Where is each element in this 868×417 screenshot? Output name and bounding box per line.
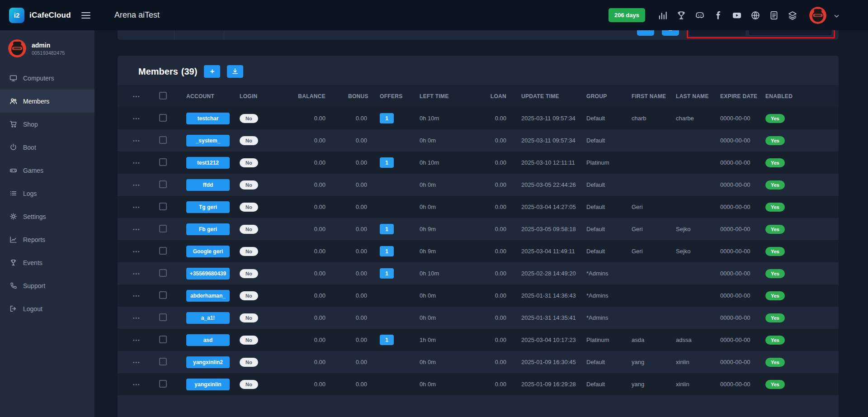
col-account[interactable]: ACCOUNT (186, 93, 240, 100)
col-update-time[interactable]: UPDATE TIME (521, 93, 586, 100)
offers-badge[interactable]: 1 (380, 224, 394, 234)
row-actions-icon[interactable] (133, 316, 141, 321)
select-all-checkbox[interactable] (159, 92, 167, 100)
chevron-down-icon[interactable] (834, 11, 839, 19)
row-checkbox[interactable] (159, 291, 167, 299)
trophy-icon[interactable] (676, 10, 687, 21)
row-actions-icon[interactable] (133, 360, 141, 365)
row-checkbox[interactable] (159, 203, 167, 210)
sidebar-item-games[interactable]: Games (0, 159, 94, 182)
account-button[interactable]: +35569680439 (186, 268, 230, 280)
col-offers[interactable]: OFFERS (380, 93, 420, 100)
sidebar-item-events[interactable]: Events (0, 251, 94, 274)
row-actions-icon[interactable] (133, 382, 141, 387)
col-loan[interactable]: LOAN (483, 93, 521, 100)
col-login[interactable]: LOGIN (240, 93, 294, 100)
header-actions-icon[interactable] (133, 94, 141, 99)
globe-icon[interactable] (750, 10, 761, 21)
enabled-badge: Yes (765, 269, 785, 278)
account-button[interactable]: test1212 (186, 157, 230, 169)
row-checkbox[interactable] (159, 358, 167, 365)
account-button[interactable]: Tg geri (186, 201, 230, 213)
col-last-name[interactable]: LAST NAME (676, 93, 720, 100)
row-checkbox[interactable] (159, 336, 167, 343)
sidebar-item-boot[interactable]: Boot (0, 136, 94, 159)
offers-badge[interactable]: 1 (380, 246, 394, 256)
account-button[interactable]: yangxinlin2 (186, 356, 230, 368)
row-checkbox[interactable] (159, 269, 167, 277)
add-member-button[interactable]: + (204, 65, 220, 78)
sidebar-item-reports[interactable]: Reports (0, 228, 94, 251)
account-button[interactable]: Fb geri (186, 223, 230, 235)
sidebar-item-settings[interactable]: Settings (0, 205, 94, 228)
row-actions-icon[interactable] (133, 227, 141, 232)
account-button[interactable]: abderhaman_ (186, 290, 230, 302)
col-group[interactable]: GROUP (586, 93, 632, 100)
group-value: Default (586, 137, 632, 144)
trophy-icon (9, 259, 17, 266)
first-name-value: asda (632, 336, 676, 343)
sidebar-user-name: admin (32, 42, 65, 49)
row-actions-icon[interactable] (133, 271, 141, 276)
row-actions-icon[interactable] (133, 161, 141, 166)
menu-toggle-icon[interactable] (81, 12, 90, 19)
account-button[interactable]: testchar (186, 113, 230, 124)
youtube-icon[interactable] (731, 10, 742, 21)
license-icon[interactable] (769, 10, 779, 21)
sidebar-item-support[interactable]: Support (0, 274, 94, 297)
row-checkbox[interactable] (159, 114, 167, 122)
offers-badge[interactable]: 1 (380, 113, 394, 123)
user-avatar[interactable] (809, 7, 826, 24)
offers-badge[interactable]: 1 (380, 335, 394, 345)
license-days-badge[interactable]: 206 days (609, 8, 645, 22)
row-checkbox[interactable] (159, 180, 167, 188)
row-actions-icon[interactable] (133, 138, 141, 143)
offers-badge[interactable]: 1 (380, 268, 394, 279)
row-checkbox[interactable] (159, 225, 167, 232)
left-time-value: 0h 10m (420, 270, 483, 277)
row-checkbox[interactable] (159, 313, 167, 321)
discord-icon[interactable] (694, 10, 705, 21)
row-actions-icon[interactable] (133, 294, 141, 299)
gamepad-icon (9, 166, 17, 174)
account-button[interactable]: Google geri (186, 246, 230, 257)
balance-value: 0.00 (294, 159, 348, 166)
sidebar-item-logout[interactable]: Logout (0, 297, 94, 320)
col-first-name[interactable]: FIRST NAME (632, 93, 676, 100)
account-button[interactable]: asd (186, 334, 230, 346)
facebook-icon[interactable] (713, 10, 724, 21)
row-checkbox[interactable] (159, 158, 167, 166)
account-button[interactable]: ffdd (186, 179, 230, 191)
col-bonus[interactable]: BONUS (348, 93, 380, 100)
account-button[interactable]: yangxinlin (186, 379, 230, 390)
bonus-value: 0.00 (348, 115, 380, 122)
row-actions-icon[interactable] (133, 249, 141, 254)
bonus-value: 0.00 (348, 314, 380, 321)
table-row: yangxinlin2 No 0.00 0.00 0h 0m 0.00 2025… (118, 351, 839, 373)
offers-badge[interactable]: 1 (380, 157, 394, 168)
export-members-button[interactable] (227, 65, 243, 78)
account-button[interactable]: _system_ (186, 135, 230, 147)
expire-date-value: 0000-00-00 (720, 137, 765, 144)
layers-icon[interactable] (787, 10, 798, 21)
account-button[interactable]: a_a1! (186, 312, 230, 324)
sidebar-item-members[interactable]: Members (0, 90, 94, 113)
col-enabled[interactable]: ENABLED (765, 93, 839, 100)
loan-value: 0.00 (483, 204, 521, 210)
update-time-value: 2025-03-11 09:57:34 (521, 115, 586, 122)
row-checkbox[interactable] (159, 136, 167, 144)
row-actions-icon[interactable] (133, 338, 141, 343)
sidebar-item-shop[interactable]: Shop (0, 113, 94, 136)
row-actions-icon[interactable] (133, 116, 141, 121)
row-actions-icon[interactable] (133, 205, 141, 210)
col-expire-date[interactable]: EXPIRE DATE (720, 93, 765, 100)
row-checkbox[interactable] (159, 380, 167, 388)
sidebar-item-computers[interactable]: Computers (0, 66, 94, 90)
row-actions-icon[interactable] (133, 183, 141, 188)
analytics-icon[interactable] (657, 10, 668, 21)
col-balance[interactable]: BALANCE (294, 93, 348, 100)
enabled-badge: Yes (765, 158, 785, 167)
sidebar-item-logs[interactable]: Logs (0, 182, 94, 205)
col-left-time[interactable]: LEFT TIME (420, 93, 483, 100)
row-checkbox[interactable] (159, 247, 167, 255)
